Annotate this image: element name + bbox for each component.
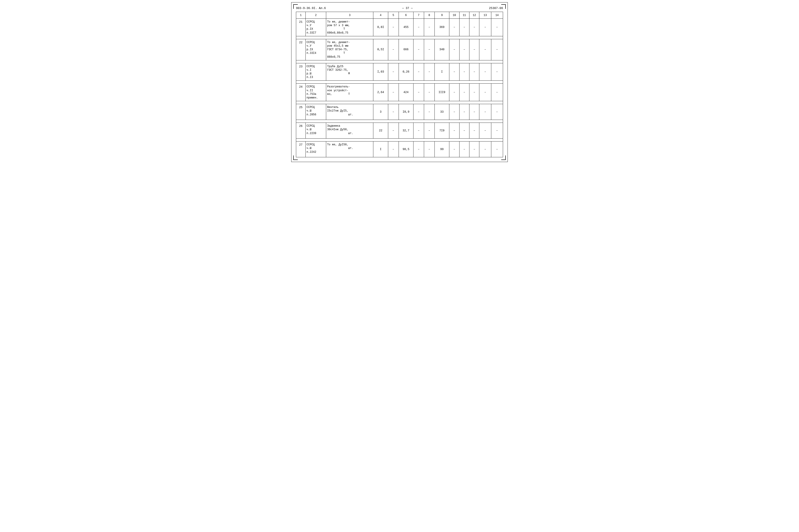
header-right: 25307-06 xyxy=(489,6,503,10)
cell-row-26-col1: 26 xyxy=(296,123,306,138)
cell-row-25-col5: – xyxy=(388,104,399,120)
cell-row-27-col5: – xyxy=(388,141,399,157)
cell-row-23-col6: 0,26 xyxy=(399,63,413,81)
cell-row-26-col2: ССРСЦ ч.Ш п.2239 xyxy=(305,123,326,138)
page-header: 903-9-36.9I. Ал.6 — 37 — 25307-06 xyxy=(296,5,503,11)
cell-row-21-col1: 21 xyxy=(296,19,306,36)
cell-row-25-col1: 25 xyxy=(296,104,306,120)
table-row: 26ССРСЦ ч.Ш п.2239Задвижка 30с4Iнж Ду50,… xyxy=(296,123,503,138)
cell-row-25-col13: – xyxy=(479,104,491,120)
cell-row-24-col2: ССРСЦ ч.II п.753а примен. xyxy=(305,83,326,101)
cell-row-22-col4: 0,5I xyxy=(373,39,388,60)
cell-row-23-col1: 23 xyxy=(296,63,306,81)
cell-row-26-col5: – xyxy=(388,123,399,138)
cell-row-24-col9: III9 xyxy=(434,83,449,101)
cell-row-23-col8: – xyxy=(424,63,434,81)
cell-row-26-col8: – xyxy=(424,123,434,138)
main-table: 1 2 3 4 5 6 7 8 9 10 11 12 13 14 xyxy=(296,12,503,157)
cell-row-23-col12: – xyxy=(469,63,479,81)
spacer-row xyxy=(296,81,503,83)
cell-row-27-col7: – xyxy=(413,141,424,157)
cell-row-21-col6: 455 xyxy=(399,19,413,36)
cell-row-24-col8: – xyxy=(424,83,434,101)
table-header-row: 1 2 3 4 5 6 7 8 9 10 11 12 13 14 xyxy=(296,12,503,19)
table-row: 21ССРСЦ ч.У р.IX п.33I7То же, диамет- ро… xyxy=(296,19,503,36)
cell-row-22-col8: – xyxy=(424,39,434,60)
cell-row-24-col5: – xyxy=(388,83,399,101)
cell-row-21-col2: ССРСЦ ч.У р.IX п.33I7 xyxy=(305,19,326,36)
cell-row-26-col10: – xyxy=(449,123,459,138)
cell-row-27-col12: – xyxy=(469,141,479,157)
document-page: 903-9-36.9I. Ал.6 — 37 — 25307-06 xyxy=(291,2,508,162)
cell-row-25-col6: I0,9 xyxy=(399,104,413,120)
cell-row-21-col5: – xyxy=(388,19,399,36)
cell-row-23-col5: – xyxy=(388,63,399,81)
cell-row-25-col12: – xyxy=(469,104,479,120)
cell-row-25-col2: ССРСЦ ч.Ш п.2056 xyxy=(305,104,326,120)
cell-row-25-col4: 3 xyxy=(373,104,388,120)
corner-bl-mark xyxy=(293,155,298,160)
cell-row-23-col7: – xyxy=(413,63,424,81)
cell-row-21-col3: То же, диамет- ром 57 х 3 мм, Т 690х0,88… xyxy=(326,19,373,36)
cell-row-23-col10: – xyxy=(449,63,459,81)
cell-row-24-col13: – xyxy=(479,83,491,101)
main-table-container: 1 2 3 4 5 6 7 8 9 10 11 12 13 14 xyxy=(296,12,503,157)
cell-row-21-col4: 0,8I xyxy=(373,19,388,36)
cell-row-22-col10: – xyxy=(449,39,459,60)
col-header-4: 4 xyxy=(373,12,388,19)
col-header-10: 10 xyxy=(449,12,459,19)
cell-row-22-col13: – xyxy=(479,39,491,60)
cell-row-22-col14: – xyxy=(491,39,503,60)
cell-row-26-col4: 22 xyxy=(373,123,388,138)
cell-row-24-col7: – xyxy=(413,83,424,101)
col-header-6: 6 xyxy=(399,12,413,19)
cell-row-22-col2: ССРСЦ ч.У р.IX п.33I4 xyxy=(305,39,326,60)
cell-row-22-col9: 340 xyxy=(434,39,449,60)
cell-row-24-col10: – xyxy=(449,83,459,101)
cell-row-24-col11: – xyxy=(459,83,469,101)
table-row: 27ССРСЦ ч.Ш п.2242То же, ДуI50, шт.I–98,… xyxy=(296,141,503,157)
cell-row-27-col13: – xyxy=(479,141,491,157)
spacer-row xyxy=(296,60,503,63)
cell-row-25-col8: – xyxy=(424,104,434,120)
cell-row-27-col10: – xyxy=(449,141,459,157)
spacer-row xyxy=(296,138,503,141)
cell-row-21-col13: – xyxy=(479,19,491,36)
cell-row-21-col11: – xyxy=(459,19,469,36)
cell-row-22-col6: 666 xyxy=(399,39,413,60)
cell-row-23-col2: ССРСЦ ч.I р.Ш п.I3 xyxy=(305,63,326,81)
cell-row-23-col13: – xyxy=(479,63,491,81)
cell-row-27-col14: – xyxy=(491,141,503,157)
cell-row-25-col10: – xyxy=(449,104,459,120)
cell-row-26-col13: – xyxy=(479,123,491,138)
col-header-11: 11 xyxy=(459,12,469,19)
cell-row-22-col3: То же, диамет- ром 45х2,5 мм ГОСТ 8734-7… xyxy=(326,39,373,60)
corner-br-mark xyxy=(501,155,506,160)
spacer-row xyxy=(296,36,503,39)
table-row: 23ССРСЦ ч.I р.Ш п.I3Труба ДуI5 ГОСТ 3262… xyxy=(296,63,503,81)
cell-row-25-col7: – xyxy=(413,104,424,120)
corner-tl-mark xyxy=(293,4,298,9)
cell-row-27-col4: I xyxy=(373,141,388,157)
cell-row-23-col3: Труба ДуI5 ГОСТ 3262-75, М xyxy=(326,63,373,81)
cell-row-24-col14: – xyxy=(491,83,503,101)
cell-row-21-col12: – xyxy=(469,19,479,36)
cell-row-27-col11: – xyxy=(459,141,469,157)
cell-row-26-col7: – xyxy=(413,123,424,138)
cell-row-24-col12: – xyxy=(469,83,479,101)
cell-row-23-col4: I,03 xyxy=(373,63,388,81)
cell-row-24-col6: 424 xyxy=(399,83,413,101)
cell-row-22-col11: – xyxy=(459,39,469,60)
cell-row-27-col8: – xyxy=(424,141,434,157)
cell-row-24-col3: Разогреватель- ное устройст- во, Т xyxy=(326,83,373,101)
cell-row-25-col14: – xyxy=(491,104,503,120)
cell-row-22-col5: – xyxy=(388,39,399,60)
cell-row-26-col6: 32,7 xyxy=(399,123,413,138)
cell-row-24-col1: 24 xyxy=(296,83,306,101)
cell-row-27-col2: ССРСЦ ч.Ш п.2242 xyxy=(305,141,326,157)
cell-row-25-col11: – xyxy=(459,104,469,120)
cell-row-22-col1: 22 xyxy=(296,39,306,60)
cell-row-26-col9: 7I9 xyxy=(434,123,449,138)
cell-row-21-col8: – xyxy=(424,19,434,36)
col-header-3: 3 xyxy=(326,12,373,19)
